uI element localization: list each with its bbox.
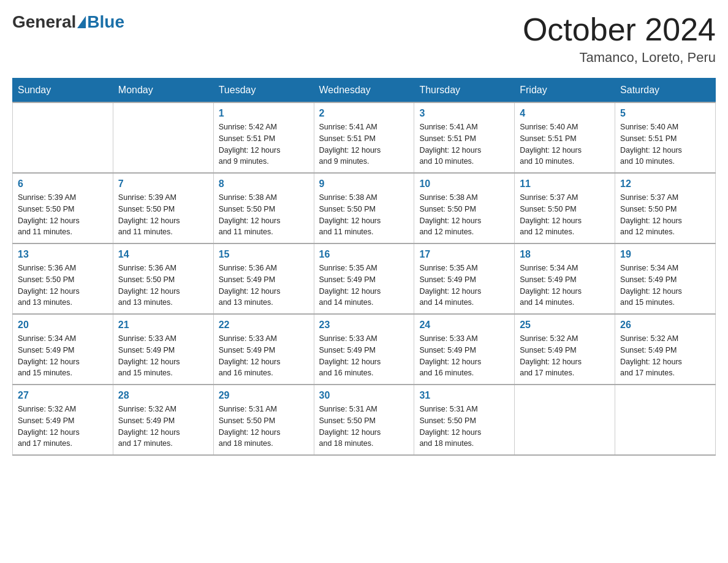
- day-number: 16: [319, 249, 409, 260]
- day-number: 20: [18, 320, 108, 331]
- day-number: 29: [219, 390, 309, 401]
- day-info: Sunrise: 5:31 AMSunset: 5:50 PMDaylight:…: [419, 404, 509, 450]
- day-info: Sunrise: 5:34 AMSunset: 5:49 PMDaylight:…: [18, 333, 108, 379]
- calendar-header-sunday: Sunday: [13, 79, 113, 103]
- calendar-header-tuesday: Tuesday: [213, 79, 314, 103]
- day-info: Sunrise: 5:32 AMSunset: 5:49 PMDaylight:…: [118, 404, 208, 450]
- day-info: Sunrise: 5:36 AMSunset: 5:50 PMDaylight:…: [118, 262, 208, 308]
- calendar-header-row: SundayMondayTuesdayWednesdayThursdayFrid…: [13, 79, 716, 103]
- day-number: 7: [118, 178, 208, 190]
- day-number: 18: [520, 249, 610, 260]
- calendar-header-friday: Friday: [515, 79, 615, 103]
- day-number: 22: [219, 320, 309, 331]
- calendar-week-row-1: 1Sunrise: 5:42 AMSunset: 5:51 PMDaylight…: [13, 102, 716, 173]
- day-number: 23: [319, 320, 409, 331]
- calendar-cell-3-6: 18Sunrise: 5:34 AMSunset: 5:49 PMDayligh…: [515, 243, 615, 314]
- calendar-cell-5-3: 29Sunrise: 5:31 AMSunset: 5:50 PMDayligh…: [213, 385, 314, 455]
- day-number: 5: [620, 108, 710, 119]
- day-info: Sunrise: 5:33 AMSunset: 5:49 PMDaylight:…: [319, 333, 409, 379]
- calendar-cell-5-1: 27Sunrise: 5:32 AMSunset: 5:49 PMDayligh…: [13, 385, 113, 455]
- day-number: 2: [319, 108, 409, 119]
- day-info: Sunrise: 5:33 AMSunset: 5:49 PMDaylight:…: [419, 333, 509, 379]
- day-info: Sunrise: 5:40 AMSunset: 5:51 PMDaylight:…: [520, 121, 610, 167]
- day-info: Sunrise: 5:39 AMSunset: 5:50 PMDaylight:…: [18, 192, 108, 238]
- calendar-cell-4-6: 25Sunrise: 5:32 AMSunset: 5:49 PMDayligh…: [515, 314, 615, 385]
- page-header: General Blue October 2024 Tamanco, Loret…: [12, 12, 716, 66]
- day-number: 11: [520, 178, 610, 190]
- day-number: 10: [419, 178, 509, 190]
- calendar-cell-5-4: 30Sunrise: 5:31 AMSunset: 5:50 PMDayligh…: [314, 385, 414, 455]
- calendar-header-wednesday: Wednesday: [314, 79, 414, 103]
- day-info: Sunrise: 5:34 AMSunset: 5:49 PMDaylight:…: [520, 262, 610, 308]
- day-number: 19: [620, 249, 710, 260]
- day-info: Sunrise: 5:32 AMSunset: 5:49 PMDaylight:…: [520, 333, 610, 379]
- calendar-cell-1-7: 5Sunrise: 5:40 AMSunset: 5:51 PMDaylight…: [615, 102, 716, 173]
- calendar-cell-4-3: 22Sunrise: 5:33 AMSunset: 5:49 PMDayligh…: [213, 314, 314, 385]
- day-number: 1: [219, 108, 309, 119]
- calendar-cell-3-4: 16Sunrise: 5:35 AMSunset: 5:49 PMDayligh…: [314, 243, 414, 314]
- calendar-header-monday: Monday: [113, 79, 213, 103]
- day-info: Sunrise: 5:39 AMSunset: 5:50 PMDaylight:…: [118, 192, 208, 238]
- calendar-week-row-5: 27Sunrise: 5:32 AMSunset: 5:49 PMDayligh…: [13, 385, 716, 455]
- calendar-cell-2-7: 12Sunrise: 5:37 AMSunset: 5:50 PMDayligh…: [615, 173, 716, 243]
- calendar-cell-2-5: 10Sunrise: 5:38 AMSunset: 5:50 PMDayligh…: [414, 173, 515, 243]
- day-number: 28: [118, 390, 208, 401]
- calendar-week-row-2: 6Sunrise: 5:39 AMSunset: 5:50 PMDaylight…: [13, 173, 716, 243]
- day-info: Sunrise: 5:33 AMSunset: 5:49 PMDaylight:…: [118, 333, 208, 379]
- day-number: 6: [18, 178, 108, 190]
- calendar-cell-1-6: 4Sunrise: 5:40 AMSunset: 5:51 PMDaylight…: [515, 102, 615, 173]
- day-number: 25: [520, 320, 610, 331]
- day-number: 4: [520, 108, 610, 119]
- calendar-header-thursday: Thursday: [414, 79, 515, 103]
- day-info: Sunrise: 5:35 AMSunset: 5:49 PMDaylight:…: [319, 262, 409, 308]
- day-number: 24: [419, 320, 509, 331]
- calendar-header-saturday: Saturday: [615, 79, 716, 103]
- day-number: 21: [118, 320, 208, 331]
- day-info: Sunrise: 5:41 AMSunset: 5:51 PMDaylight:…: [319, 121, 409, 167]
- day-info: Sunrise: 5:33 AMSunset: 5:49 PMDaylight:…: [219, 333, 309, 379]
- day-number: 30: [319, 390, 409, 401]
- day-info: Sunrise: 5:36 AMSunset: 5:49 PMDaylight:…: [219, 262, 309, 308]
- day-info: Sunrise: 5:40 AMSunset: 5:51 PMDaylight:…: [620, 121, 710, 167]
- day-info: Sunrise: 5:42 AMSunset: 5:51 PMDaylight:…: [219, 121, 309, 167]
- day-info: Sunrise: 5:38 AMSunset: 5:50 PMDaylight:…: [419, 192, 509, 238]
- logo-triangle-icon: [77, 16, 86, 28]
- calendar-cell-2-6: 11Sunrise: 5:37 AMSunset: 5:50 PMDayligh…: [515, 173, 615, 243]
- day-number: 12: [620, 178, 710, 190]
- calendar-cell-5-5: 31Sunrise: 5:31 AMSunset: 5:50 PMDayligh…: [414, 385, 515, 455]
- logo: General Blue: [12, 12, 124, 32]
- calendar-cell-1-2: [113, 102, 213, 173]
- calendar-cell-1-1: [13, 102, 113, 173]
- calendar-cell-2-4: 9Sunrise: 5:38 AMSunset: 5:50 PMDaylight…: [314, 173, 414, 243]
- calendar-cell-4-2: 21Sunrise: 5:33 AMSunset: 5:49 PMDayligh…: [113, 314, 213, 385]
- day-info: Sunrise: 5:37 AMSunset: 5:50 PMDaylight:…: [520, 192, 610, 238]
- logo-blue-text: Blue: [87, 12, 124, 32]
- day-number: 17: [419, 249, 509, 260]
- calendar-cell-5-6: [515, 385, 615, 455]
- calendar-cell-3-2: 14Sunrise: 5:36 AMSunset: 5:50 PMDayligh…: [113, 243, 213, 314]
- day-info: Sunrise: 5:41 AMSunset: 5:51 PMDaylight:…: [419, 121, 509, 167]
- calendar-cell-1-4: 2Sunrise: 5:41 AMSunset: 5:51 PMDaylight…: [314, 102, 414, 173]
- day-info: Sunrise: 5:38 AMSunset: 5:50 PMDaylight:…: [319, 192, 409, 238]
- day-number: 14: [118, 249, 208, 260]
- calendar-cell-5-7: [615, 385, 716, 455]
- day-info: Sunrise: 5:36 AMSunset: 5:50 PMDaylight:…: [18, 262, 108, 308]
- logo-general-text: General: [12, 12, 76, 32]
- calendar-cell-2-3: 8Sunrise: 5:38 AMSunset: 5:50 PMDaylight…: [213, 173, 314, 243]
- day-number: 31: [419, 390, 509, 401]
- calendar-cell-1-3: 1Sunrise: 5:42 AMSunset: 5:51 PMDaylight…: [213, 102, 314, 173]
- calendar-cell-4-5: 24Sunrise: 5:33 AMSunset: 5:49 PMDayligh…: [414, 314, 515, 385]
- calendar-cell-5-2: 28Sunrise: 5:32 AMSunset: 5:49 PMDayligh…: [113, 385, 213, 455]
- day-info: Sunrise: 5:32 AMSunset: 5:49 PMDaylight:…: [18, 404, 108, 450]
- day-info: Sunrise: 5:31 AMSunset: 5:50 PMDaylight:…: [319, 404, 409, 450]
- day-number: 26: [620, 320, 710, 331]
- day-number: 27: [18, 390, 108, 401]
- calendar-cell-4-7: 26Sunrise: 5:32 AMSunset: 5:49 PMDayligh…: [615, 314, 716, 385]
- calendar-cell-4-4: 23Sunrise: 5:33 AMSunset: 5:49 PMDayligh…: [314, 314, 414, 385]
- day-number: 3: [419, 108, 509, 119]
- location-title: Tamanco, Loreto, Peru: [523, 50, 716, 66]
- calendar-week-row-4: 20Sunrise: 5:34 AMSunset: 5:49 PMDayligh…: [13, 314, 716, 385]
- day-info: Sunrise: 5:35 AMSunset: 5:49 PMDaylight:…: [419, 262, 509, 308]
- calendar-cell-4-1: 20Sunrise: 5:34 AMSunset: 5:49 PMDayligh…: [13, 314, 113, 385]
- calendar-cell-2-2: 7Sunrise: 5:39 AMSunset: 5:50 PMDaylight…: [113, 173, 213, 243]
